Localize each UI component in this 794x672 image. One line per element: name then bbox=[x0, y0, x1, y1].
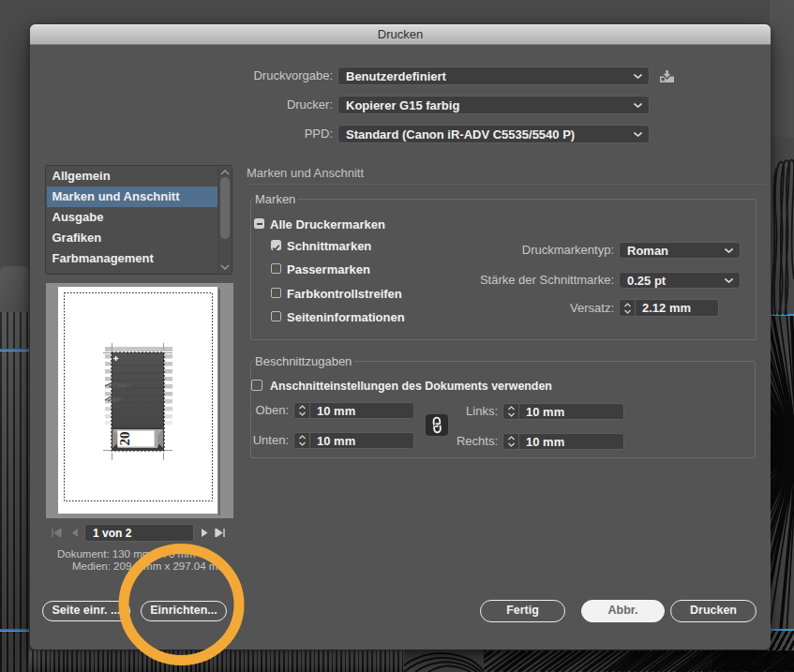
svg-text:20: 20 bbox=[117, 432, 132, 446]
